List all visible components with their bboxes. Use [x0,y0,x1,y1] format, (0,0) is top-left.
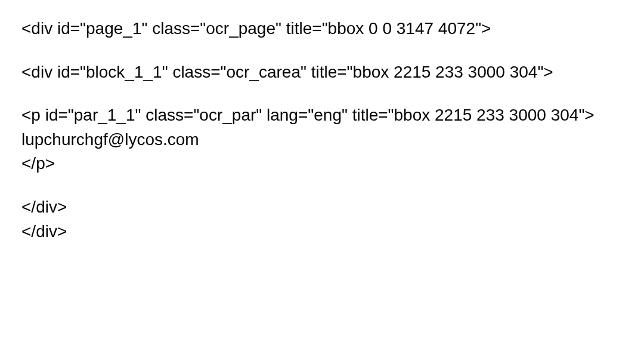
code-block-2: <div id="block_1_1" class="ocr_carea" ti… [21,60,623,85]
code-block-3: <p id="par_1_1" class="ocr_par" lang="en… [21,103,623,176]
code-line: <p id="par_1_1" class="ocr_par" lang="en… [21,103,623,128]
code-line: <div id="block_1_1" class="ocr_carea" ti… [21,60,623,85]
code-line: lupchurchgf@lycos.com [21,128,623,152]
code-block-1: <div id="page_1" class="ocr_page" title=… [21,17,623,41]
code-line: </div> [21,195,623,220]
code-block-4: </div> </div> [21,195,623,244]
code-line: <div id="page_1" class="ocr_page" title=… [21,17,623,41]
code-line: </div> [21,220,623,244]
code-line: </p> [21,152,623,176]
